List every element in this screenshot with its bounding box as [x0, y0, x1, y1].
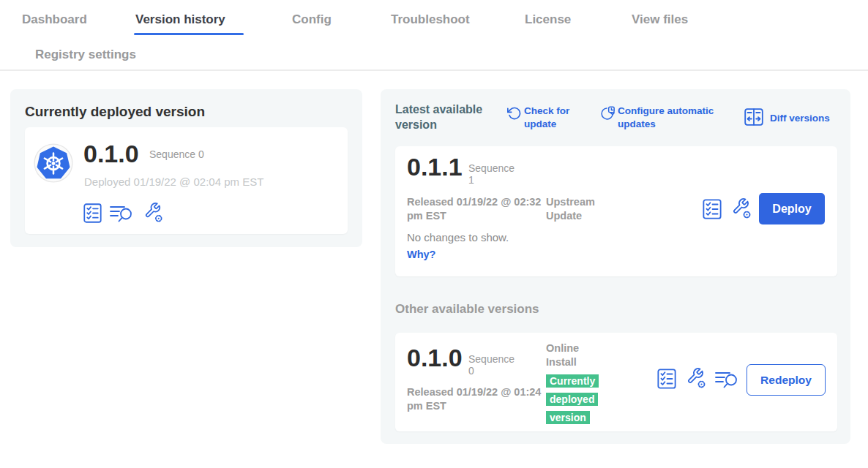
- config-wrench-icon[interactable]: [142, 201, 164, 223]
- auto-update-schedule-icon[interactable]: [600, 106, 615, 121]
- latest-sequence-label: Sequence 1: [468, 162, 520, 186]
- preflight-checklist-icon[interactable]: [83, 203, 102, 223]
- other-version-actions: [657, 366, 739, 389]
- current-deployed-timestamp: Deployed 01/19/22 @ 02:04 pm EST: [84, 176, 263, 188]
- nav-divider: [0, 69, 868, 71]
- current-sequence-label: Sequence 0: [149, 148, 204, 160]
- tab-config[interactable]: Config: [292, 12, 332, 27]
- tab-registry-settings[interactable]: Registry settings: [35, 48, 136, 62]
- currently-deployed-badge-label: Currently deployed version: [546, 374, 599, 424]
- latest-version-source: Upstream Update: [546, 195, 613, 223]
- no-changes-text: No changes to show.: [407, 231, 509, 244]
- current-version-card: 0.1.0 Sequence 0 Deployed 01/19/22 @ 02:…: [25, 127, 348, 234]
- other-available-versions-title: Other available versions: [395, 302, 539, 317]
- deploy-logs-icon[interactable]: [110, 204, 134, 223]
- kubernetes-logo-icon: [34, 143, 73, 183]
- latest-version-card: 0.1.1 Sequence 1 Released 01/19/22 @ 02:…: [395, 146, 837, 276]
- deploy-button[interactable]: Deploy: [759, 193, 825, 224]
- tab-view-files[interactable]: View files: [632, 12, 688, 27]
- diff-versions-link[interactable]: Diff versions: [770, 112, 830, 125]
- refresh-arrow-icon[interactable]: [507, 106, 522, 121]
- other-sequence-label: Sequence 0: [468, 353, 520, 377]
- why-link[interactable]: Why?: [407, 249, 435, 260]
- preflight-checklist-icon[interactable]: [657, 369, 676, 389]
- current-version-number: 0.1.0: [83, 140, 139, 167]
- latest-available-panel: Latest available version Check for updat…: [381, 89, 850, 444]
- tab-version-history[interactable]: Version history: [135, 12, 225, 27]
- currently-deployed-badge: Currently deployed version: [546, 372, 607, 426]
- diff-columns-icon[interactable]: [744, 108, 763, 126]
- other-version-card: 0.1.0 Sequence 0 Released 01/19/22 @ 01:…: [395, 333, 837, 431]
- config-wrench-icon[interactable]: [730, 197, 752, 219]
- currently-deployed-panel: Currently deployed version 0.1.0 Sequenc…: [10, 89, 362, 247]
- current-version-actions: [83, 201, 164, 223]
- other-version-source: Online Install: [546, 341, 599, 369]
- latest-version-number: 0.1.1: [407, 154, 463, 181]
- active-tab-underline: [134, 33, 244, 35]
- other-released-timestamp: Released 01/19/22 @ 01:24 pm EST: [407, 385, 545, 413]
- tab-dashboard[interactable]: Dashboard: [22, 12, 87, 27]
- currently-deployed-title: Currently deployed version: [25, 104, 205, 120]
- check-for-update-link[interactable]: Check for update: [524, 105, 583, 130]
- configure-automatic-updates-link[interactable]: Configure automatic updates: [618, 105, 714, 130]
- preflight-checklist-icon[interactable]: [703, 199, 722, 219]
- latest-version-actions: [703, 197, 752, 219]
- redeploy-button[interactable]: Redeploy: [747, 364, 826, 396]
- latest-released-timestamp: Released 01/19/22 @ 02:32 pm EST: [407, 195, 545, 223]
- tab-troubleshoot[interactable]: Troubleshoot: [391, 12, 470, 27]
- other-version-number: 0.1.0: [407, 344, 463, 371]
- tab-license[interactable]: License: [525, 12, 571, 27]
- deploy-logs-icon[interactable]: [715, 370, 739, 389]
- latest-available-title: Latest available version: [395, 102, 498, 133]
- config-wrench-icon[interactable]: [684, 366, 707, 389]
- kots-admin-console: Dashboard Version history Config Trouble…: [0, 0, 868, 468]
